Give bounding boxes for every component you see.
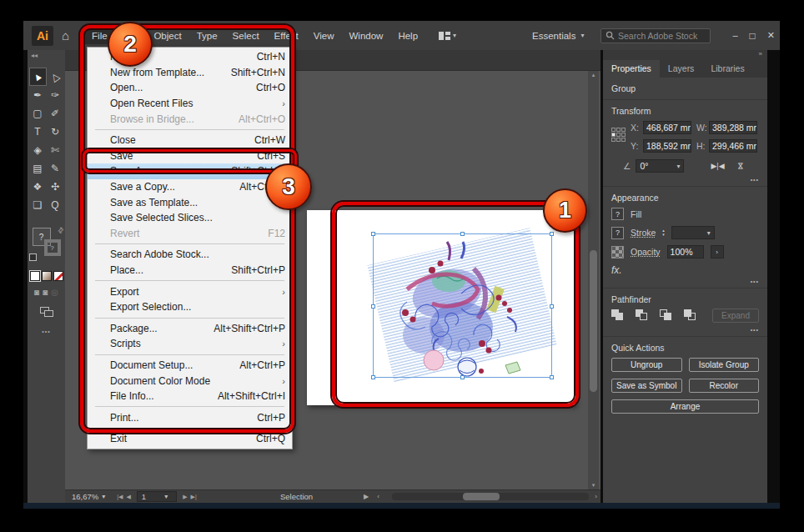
transform-more-button[interactable]: ••• [751, 177, 759, 183]
search-adobe-stock-input[interactable]: Search Adobe Stock [600, 28, 711, 43]
menubar-item-object[interactable]: Object [146, 28, 188, 44]
tab-layers[interactable]: Layers [660, 60, 703, 78]
menu-item-search-adobe-stock[interactable]: Search Adobe Stock... [88, 247, 292, 263]
rotate-angle-dropdown[interactable]: 0° ▾ [636, 159, 684, 173]
menubar-item-window[interactable]: Window [342, 28, 391, 44]
isolate-group-button[interactable]: Isolate Group [689, 358, 760, 372]
menubar-item-view[interactable]: View [306, 28, 342, 44]
selection-handle[interactable] [371, 304, 375, 309]
vertical-scrollbar[interactable]: ▴ ▾ [588, 71, 599, 489]
menu-item-exit[interactable]: ExitCtrl+Q [88, 431, 292, 447]
scroll-left-icon[interactable]: ‹ [377, 493, 379, 500]
selection-handle[interactable] [371, 232, 375, 236]
menu-item-package[interactable]: Package...Alt+Shift+Ctrl+P [88, 321, 292, 337]
close-button[interactable]: ✕ [767, 30, 775, 42]
zoom-tool[interactable]: Q [47, 196, 64, 214]
default-fill-stroke-icon[interactable] [29, 253, 37, 261]
menu-item-place[interactable]: Place...Shift+Ctrl+P [88, 263, 292, 279]
workspace-layout-icon[interactable]: ▾ [439, 32, 456, 40]
status-expand-icon[interactable]: ▶ [364, 493, 369, 500]
menu-item-save-as[interactable]: Save As...Shift+Ctrl+S [88, 163, 292, 179]
selection-bounding-box[interactable] [373, 233, 552, 378]
menu-item-open[interactable]: Open...Ctrl+O [88, 80, 292, 96]
toolbar-more-button[interactable]: ••• [42, 329, 50, 334]
paintbrush-tool[interactable]: ✐ [47, 104, 64, 123]
artboard-number-dropdown[interactable]: 1 ▾ [137, 491, 177, 502]
menu-item-export-selection[interactable]: Export Selection... [88, 299, 292, 315]
menubar-item-effect[interactable]: Effect [267, 28, 306, 44]
height-input[interactable]: 299,466 mm [709, 139, 757, 153]
recolor-button[interactable]: Recolor [689, 379, 760, 393]
stroke-label[interactable]: Stroke [631, 228, 656, 238]
expand-button[interactable]: Expand [712, 309, 759, 323]
menu-item-open-recent-files[interactable]: Open Recent Files› [88, 96, 292, 112]
gradient-tool[interactable]: ▤ [29, 159, 47, 178]
scroll-down-icon[interactable]: ▾ [588, 482, 599, 489]
gradient-swatch[interactable] [42, 271, 52, 281]
width-input[interactable]: 389,288 mm [709, 121, 757, 134]
pathfinder-more-button[interactable]: ••• [751, 327, 759, 333]
curvature-tool[interactable]: ✑ [47, 86, 64, 104]
menu-item-document-setup[interactable]: Document Setup...Alt+Ctrl+P [88, 358, 292, 374]
menu-item-save-as-template[interactable]: Save as Template... [88, 194, 292, 210]
rectangle-tool[interactable]: ▢ [29, 104, 47, 123]
menu-item-print[interactable]: Print...Ctrl+P [88, 409, 292, 425]
panel-overflow-button[interactable]: » [603, 50, 767, 60]
maximize-button[interactable]: □ [750, 30, 756, 42]
prev-page-button[interactable]: ◀ [126, 494, 130, 500]
next-page-button[interactable]: ▶ [183, 494, 187, 500]
pathfinder-exclude-icon[interactable] [684, 309, 697, 321]
pathfinder-unite-icon[interactable] [611, 309, 625, 321]
menu-item-save-selected-slices[interactable]: Save Selected Slices... [88, 210, 292, 226]
first-page-button[interactable]: |◀ [117, 494, 123, 500]
selection-tool[interactable]: ▲ [29, 68, 47, 86]
tab-properties[interactable]: Properties [603, 60, 660, 78]
flip-horizontal-icon[interactable]: ▶|◀ [711, 162, 724, 170]
opacity-label[interactable]: Opacity [631, 247, 661, 257]
vertical-scroll-thumb[interactable] [590, 250, 597, 392]
pathfinder-intersect-icon[interactable] [660, 309, 673, 321]
x-input[interactable]: 468,687 mm [643, 121, 691, 134]
menu-item-save-a-copy[interactable]: Save a Copy...Alt+Ctrl+S [88, 179, 292, 195]
rotate-tool[interactable]: ↻ [47, 123, 64, 141]
pathfinder-minus-front-icon[interactable] [636, 309, 649, 321]
stroke-color-well[interactable]: ? [611, 227, 624, 239]
selection-handle[interactable] [550, 375, 554, 379]
menu-item-new-from-template[interactable]: New from Template...Shift+Ctrl+N [88, 65, 292, 81]
selection-handle[interactable] [550, 304, 554, 309]
draw-inside-icon[interactable]: ◎ [51, 288, 58, 297]
menu-item-scripts[interactable]: Scripts› [88, 336, 292, 352]
menu-item-close[interactable]: CloseCtrl+W [88, 133, 292, 148]
menubar-item-type[interactable]: Type [189, 28, 225, 44]
scroll-right-icon[interactable]: › [595, 493, 597, 500]
opacity-options-button[interactable]: › [711, 245, 724, 258]
menubar-item-help[interactable]: Help [390, 28, 425, 44]
tab-libraries[interactable]: Libraries [702, 60, 752, 78]
menu-item-export[interactable]: Export› [88, 284, 292, 299]
stroke-proxy[interactable]: ? [44, 239, 61, 256]
arrange-button[interactable]: Arrange [611, 399, 759, 414]
artboard-tool[interactable]: ❏ [29, 196, 47, 214]
flip-vertical-icon[interactable]: ⋈ [736, 163, 744, 170]
opacity-input[interactable]: 100% [667, 245, 704, 258]
color-swatch[interactable] [30, 271, 40, 281]
type-tool[interactable]: T [29, 123, 47, 141]
opacity-icon[interactable] [611, 246, 624, 258]
horizontal-scroll-thumb[interactable] [463, 493, 500, 500]
last-page-button[interactable]: ▶| [191, 494, 197, 500]
pen-tool[interactable]: ✒ [29, 86, 47, 104]
symbol-sprayer-tool[interactable]: ✣ [47, 178, 64, 196]
appearance-more-button[interactable]: ••• [751, 279, 759, 284]
menubar-item-select[interactable]: Select [225, 28, 267, 44]
draw-normal-icon[interactable]: ◙ [34, 288, 39, 297]
direct-selection-tool[interactable]: △ [47, 68, 64, 86]
y-input[interactable]: 188,592 mm [643, 139, 691, 153]
draw-behind-icon[interactable]: ◙ [43, 288, 48, 297]
selection-handle[interactable] [460, 375, 465, 379]
stroke-weight-dropdown[interactable]: ▾ [671, 226, 715, 239]
menu-item-save[interactable]: SaveCtrl+S [88, 148, 292, 164]
minimize-button[interactable]: – [732, 30, 737, 42]
menu-item-document-color-mode[interactable]: Document Color Mode› [88, 373, 292, 389]
zoom-level-dropdown[interactable]: 16,67% ▾ [72, 492, 105, 501]
menu-item-file-info[interactable]: File Info...Alt+Shift+Ctrl+I [88, 389, 292, 404]
